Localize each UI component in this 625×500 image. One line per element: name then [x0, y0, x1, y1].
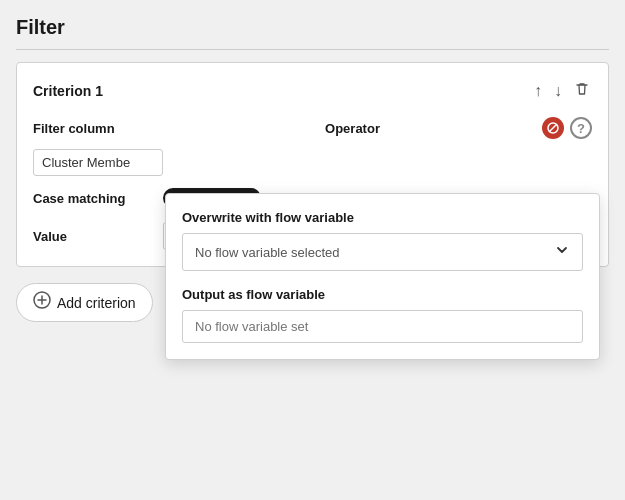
filter-column-label: Filter column	[33, 121, 163, 136]
output-label: Output as flow variable	[182, 287, 583, 302]
delete-icon	[574, 81, 590, 101]
filter-column-input[interactable]	[33, 149, 163, 176]
chevron-down-icon	[554, 242, 570, 262]
add-criterion-button[interactable]: Add criterion	[16, 283, 153, 322]
add-criterion-label: Add criterion	[57, 295, 136, 311]
criterion-header: Criterion 1 ↑ ↓	[33, 79, 592, 103]
operator-label: Operator	[163, 121, 542, 136]
flow-variable-popup: Overwrite with flow variable No flow var…	[165, 193, 600, 360]
operator-badge-icon[interactable]	[542, 117, 564, 139]
plus-icon	[33, 291, 51, 314]
flow-variable-select[interactable]: No flow variable selected	[182, 233, 583, 271]
output-flow-variable-input[interactable]	[182, 310, 583, 343]
delete-button[interactable]	[572, 79, 592, 103]
filter-page: Filter Criterion 1 ↑ ↓	[0, 0, 625, 500]
value-label: Value	[33, 229, 163, 244]
arrow-down-icon: ↓	[554, 82, 562, 100]
case-matching-label: Case matching	[33, 191, 163, 206]
page-title: Filter	[16, 16, 609, 50]
move-up-button[interactable]: ↑	[532, 80, 544, 102]
operator-icons: ?	[542, 117, 592, 139]
filter-input-row	[33, 149, 592, 176]
main-card: Criterion 1 ↑ ↓ Filter colu	[16, 62, 609, 267]
criterion-title: Criterion 1	[33, 83, 103, 99]
flow-variable-select-value: No flow variable selected	[195, 245, 340, 260]
move-down-button[interactable]: ↓	[552, 80, 564, 102]
columns-row: Filter column Operator ?	[33, 117, 592, 139]
criterion-actions: ↑ ↓	[532, 79, 592, 103]
arrow-up-icon: ↑	[534, 82, 542, 100]
help-icon[interactable]: ?	[570, 117, 592, 139]
overwrite-label: Overwrite with flow variable	[182, 210, 583, 225]
svg-line-1	[549, 124, 557, 132]
